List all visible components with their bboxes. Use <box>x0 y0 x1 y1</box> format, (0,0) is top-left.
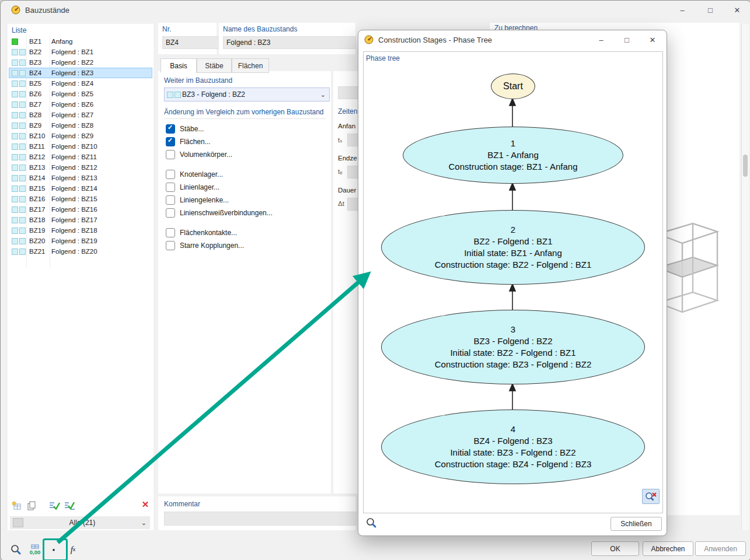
stage-color-icon <box>9 249 29 255</box>
units-button[interactable]: 0,00 <box>26 542 44 557</box>
cancel-button[interactable]: Abbrechen <box>643 541 693 556</box>
stage-list-item[interactable]: BZ20 Folgend : BZ19 <box>9 236 152 246</box>
scrollbar-thumb[interactable] <box>743 155 748 177</box>
checkbox[interactable] <box>166 137 175 146</box>
stage-desc: Folgend : BZ9 <box>51 132 152 139</box>
dot-display-button[interactable]: ● <box>47 543 61 556</box>
phase-node-3[interactable]: 3 BZ3 - Folgend : BZ2 Initial state: BZ2… <box>381 310 645 384</box>
delete-stage-icon[interactable]: ✕ <box>139 499 151 510</box>
dialog-close-button[interactable]: ✕ <box>640 31 665 48</box>
stage-list-item[interactable]: BZ17 Folgend : BZ16 <box>9 204 152 215</box>
ts-field[interactable] <box>347 134 358 146</box>
dialog-minimize-button[interactable]: – <box>588 31 614 48</box>
stage-list-item[interactable]: BZ18 Folgend : BZ17 <box>9 215 152 225</box>
stage-list-item[interactable]: BZ4 Folgend : BZ3 <box>9 68 152 78</box>
phase-node-line: 4 <box>511 424 515 435</box>
checkbox-row[interactable]: Liniengelenke... <box>158 194 331 206</box>
tab-basis[interactable]: Basis <box>161 58 197 73</box>
stage-list-item[interactable]: BZ19 Folgend : BZ18 <box>9 225 152 236</box>
checkbox[interactable] <box>166 124 175 134</box>
checkbox-row[interactable]: Starre Kopplungen... <box>158 239 331 252</box>
stage-list-item[interactable]: BZ12 Folgend : BZ11 <box>9 152 152 162</box>
checkbox-row[interactable]: Volumenkörper... <box>158 148 331 161</box>
stage-desc: Folgend : BZ19 <box>51 237 152 244</box>
phase-node-4[interactable]: 4 BZ4 - Folgend : BZ3 Initial state: BZ3… <box>381 410 645 484</box>
stage-color-icon <box>9 49 29 55</box>
checkbox[interactable] <box>166 241 175 250</box>
tab-staebe[interactable]: Stäbe <box>197 58 232 73</box>
checkbox[interactable] <box>166 170 175 179</box>
zoom-reset-icon[interactable] <box>642 489 660 504</box>
phase-node-1[interactable]: 1 BZ1 - Anfang Construction stage: BZ1 -… <box>403 127 623 184</box>
phase-node-start[interactable]: Start <box>491 74 535 99</box>
weiter-dropdown[interactable]: BZ3 - Folgend : BZ2 ⌄ <box>164 88 330 102</box>
checkbox-row[interactable]: Stäbe... <box>158 123 331 135</box>
ok-button[interactable]: OK <box>591 541 639 556</box>
stage-desc: Folgend : BZ15 <box>51 195 152 202</box>
anfangszeit-label: Anfan <box>338 123 355 130</box>
right-scrollbar[interactable] <box>741 24 749 530</box>
zeiten-panel: Zeiten Anfan tₛ Endze tₑ Dauer Δt <box>333 71 358 494</box>
stage-list-item[interactable]: BZ15 Folgend : BZ14 <box>9 183 152 194</box>
stage-list-item[interactable]: BZ11 Folgend : BZ10 <box>9 141 152 152</box>
stage-list-item[interactable]: BZ13 Folgend : BZ12 <box>9 162 152 173</box>
checkbox[interactable] <box>166 195 175 205</box>
checkbox-row[interactable]: Knotenlager... <box>158 168 331 181</box>
stage-color-icon <box>9 144 29 150</box>
search-icon[interactable] <box>364 516 378 530</box>
phase-node-2[interactable]: 2 BZ2 - Folgend : BZ1 Initial state: BZ1… <box>381 210 645 285</box>
search-icon[interactable] <box>9 542 23 556</box>
checkbox-row[interactable]: Flächen... <box>158 135 331 148</box>
stage-list-item[interactable]: BZ14 Folgend : BZ13 <box>9 173 152 183</box>
minimize-button[interactable]: – <box>669 1 695 19</box>
checkbox[interactable] <box>166 150 175 159</box>
app-icon <box>364 35 374 44</box>
te-field[interactable] <box>347 166 358 178</box>
checkbox-row[interactable]: Flächenkontakte... <box>158 226 331 239</box>
dauer-label: Dauer <box>338 187 356 194</box>
maximize-button[interactable]: □ <box>697 1 723 19</box>
stage-list-item[interactable]: BZ6 Folgend : BZ5 <box>9 89 152 99</box>
phase-tree-canvas[interactable]: Phase tree Start 1 BZ1 - Anfang Construc… <box>363 51 663 513</box>
stage-list-item[interactable]: BZ8 Folgend : BZ7 <box>9 110 152 120</box>
copy-stage-icon[interactable] <box>25 500 38 512</box>
dialog-maximize-button[interactable]: □ <box>614 31 640 48</box>
checkbox[interactable] <box>166 228 175 237</box>
checkbox[interactable] <box>166 183 175 192</box>
dt-field[interactable] <box>347 198 358 211</box>
stage-color-icon <box>9 196 29 202</box>
list-filter-dropdown[interactable]: Alle (21) ⌄ <box>10 516 150 529</box>
close-button[interactable]: ✕ <box>724 1 750 19</box>
check-stage-icon[interactable] <box>47 500 61 512</box>
tab-flaechen[interactable]: Flächen <box>232 58 269 73</box>
stage-list-item[interactable]: BZ21 Folgend : BZ20 <box>9 246 152 257</box>
zeiten-top-field[interactable] <box>338 86 358 99</box>
stage-color-icon <box>165 92 182 98</box>
stage-list-item[interactable]: BZ16 Folgend : BZ15 <box>9 194 152 204</box>
stage-color-icon <box>9 38 29 45</box>
stage-list-item[interactable]: BZ5 Folgend : BZ4 <box>9 78 152 89</box>
check-all-stages-icon[interactable] <box>62 500 76 512</box>
stage-list-item[interactable]: BZ7 Folgend : BZ6 <box>9 99 152 110</box>
new-stage-icon[interactable] <box>10 500 23 512</box>
stage-list-item[interactable]: BZ10 Folgend : BZ9 <box>9 131 152 141</box>
stage-list-item[interactable]: BZ9 Folgend : BZ8 <box>9 120 152 131</box>
stage-list-item[interactable]: BZ2 Folgend : BZ1 <box>9 47 152 57</box>
nr-field[interactable]: BZ4 <box>162 36 219 49</box>
filter-value: Alle (21) <box>23 519 141 527</box>
apply-button[interactable]: Anwenden <box>695 541 746 556</box>
stage-list-item[interactable]: BZ3 Folgend : BZ2 <box>9 57 152 68</box>
name-field[interactable]: Folgend : BZ3 <box>223 36 356 49</box>
stage-desc: Folgend : BZ7 <box>51 111 152 118</box>
stage-list-item[interactable]: BZ1 Anfang <box>9 36 152 47</box>
checkbox-row[interactable]: Linienschweißverbindungen... <box>158 206 331 219</box>
nr-card: Nr. BZ4 <box>158 23 217 54</box>
formula-fx-button[interactable]: fx <box>65 542 81 556</box>
kommentar-field[interactable] <box>164 512 357 526</box>
checkbox[interactable] <box>166 208 175 218</box>
checkbox-row[interactable]: Linienlager... <box>158 181 331 194</box>
stage-id: BZ2 <box>29 48 51 55</box>
schliessen-button[interactable]: Schließen <box>611 517 662 531</box>
stage-desc: Folgend : BZ16 <box>51 206 152 213</box>
phase-node-line: 2 <box>511 224 515 236</box>
